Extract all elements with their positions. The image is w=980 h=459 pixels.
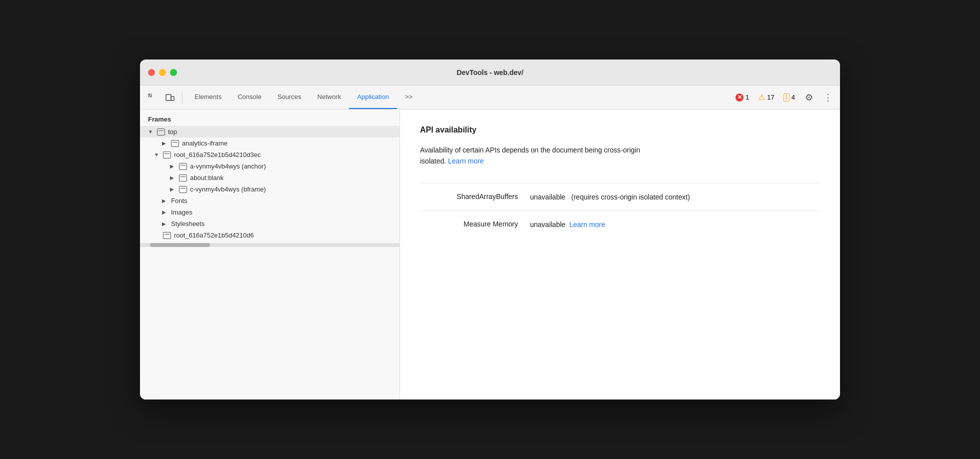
close-button[interactable] — [148, 69, 155, 76]
chevron-right-icon — [170, 164, 176, 169]
learn-more-link-1[interactable]: Learn more — [448, 157, 484, 165]
tab-bar: Elements Console Sources Network Applica… — [186, 86, 730, 109]
minimize-button[interactable] — [159, 69, 166, 76]
frames-section-header: Frames — [140, 110, 400, 126]
sidebar-item-label: Stylesheets — [171, 220, 204, 228]
sidebar-item-c-vynmy[interactable]: c-vynmy4vb4wys (bframe) — [140, 184, 400, 195]
sidebar-item-about-blank[interactable]: about:blank — [140, 172, 400, 184]
svg-rect-3 — [171, 96, 174, 100]
maximize-button[interactable] — [170, 69, 177, 76]
shared-array-buffers-value: unavailable (requires cross-origin isola… — [530, 192, 820, 202]
chevron-down-icon — [148, 129, 154, 134]
measure-memory-value: unavailable Learn more — [530, 219, 820, 230]
sidebar-item-label: root_616a752e1b5d4210d3ec — [174, 151, 261, 158]
info-icon: ! — [784, 94, 790, 102]
chevron-right-icon — [170, 186, 176, 192]
toolbar-divider — [182, 92, 182, 104]
error-badge[interactable]: ✕ 1 — [732, 92, 752, 102]
tab-network[interactable]: Network — [310, 86, 350, 109]
sidebar-item-a-vynmy[interactable]: a-vynmy4vb4wys (anchor) — [140, 160, 400, 172]
chevron-right-icon — [162, 198, 168, 204]
traffic-lights — [148, 69, 177, 76]
sidebar-item-analytics-iframe[interactable]: analytics-iframe — [140, 138, 400, 149]
frame-icon — [179, 186, 187, 193]
tab-application[interactable]: Application — [349, 86, 397, 109]
sidebar-item-label: top — [168, 128, 177, 136]
sidebar[interactable]: Frames top analytics-iframe root_616a752… — [140, 110, 400, 400]
tab-console[interactable]: Console — [230, 86, 270, 109]
sidebar-item-fonts[interactable]: Fonts — [140, 195, 400, 206]
sidebar-item-label: root_616a752e1b5d4210d6 — [174, 232, 254, 239]
sidebar-item-root2[interactable]: root_616a752e1b5d4210d6 — [140, 230, 400, 241]
inspect-element-icon[interactable] — [144, 90, 160, 106]
warning-icon: ⚠ — [758, 92, 765, 102]
shared-array-buffers-row: SharedArrayBuffers unavailable (requires… — [420, 183, 820, 210]
toolbar: Elements Console Sources Network Applica… — [140, 86, 840, 110]
sidebar-item-label: c-vynmy4vb4wys (bframe) — [190, 186, 266, 193]
api-availability-title: API availability — [420, 126, 820, 134]
frame-icon — [163, 152, 171, 158]
learn-more-link-2[interactable]: Learn more — [570, 220, 606, 228]
sidebar-item-stylesheets[interactable]: Stylesheets — [140, 218, 400, 230]
chevron-down-icon — [154, 152, 160, 158]
toolbar-right: ✕ 1 ⚠ 17 ! 4 ⚙ ⋮ — [732, 90, 836, 106]
warning-badge[interactable]: ⚠ 17 — [755, 92, 777, 103]
main-content: Frames top analytics-iframe root_616a752… — [140, 110, 840, 400]
settings-icon[interactable]: ⚙ — [801, 90, 817, 106]
devtools-window: DevTools - web.dev/ Elements Console — [140, 60, 840, 400]
device-toolbar-icon[interactable] — [162, 90, 178, 106]
frame-icon — [179, 174, 187, 182]
info-badge[interactable]: ! 4 — [780, 92, 798, 102]
content-panel: API availability Availability of certain… — [400, 110, 840, 400]
availability-description: Availability of certain APIs depends on … — [420, 144, 820, 167]
frame-icon — [157, 128, 165, 136]
frame-icon — [171, 140, 179, 147]
tab-sources[interactable]: Sources — [270, 86, 310, 109]
sidebar-item-label: a-vynmy4vb4wys (anchor) — [190, 162, 266, 170]
sidebar-item-root[interactable]: root_616a752e1b5d4210d3ec — [140, 149, 400, 160]
tab-more[interactable]: >> — [397, 86, 420, 109]
sidebar-item-images[interactable]: Images — [140, 206, 400, 218]
sidebar-item-label: Fonts — [171, 197, 188, 204]
chevron-right-icon — [162, 221, 168, 226]
sidebar-item-label: about:blank — [190, 174, 224, 182]
api-table: SharedArrayBuffers unavailable (requires… — [420, 183, 820, 238]
shared-array-buffers-label: SharedArrayBuffers — [420, 192, 530, 200]
sidebar-item-label: analytics-iframe — [182, 140, 228, 147]
frame-icon — [179, 163, 187, 170]
window-title: DevTools - web.dev/ — [456, 68, 524, 76]
error-icon: ✕ — [736, 94, 744, 102]
sidebar-horizontal-scrollbar[interactable] — [140, 243, 400, 247]
sidebar-item-label: Images — [171, 208, 192, 216]
sidebar-scroll-thumb[interactable] — [150, 243, 210, 247]
sidebar-item-top[interactable]: top — [140, 126, 400, 138]
frame-icon — [163, 232, 171, 239]
chevron-right-icon — [162, 210, 168, 215]
chevron-right-icon — [170, 175, 176, 180]
more-options-icon[interactable]: ⋮ — [820, 90, 836, 106]
measure-memory-row: Measure Memory unavailable Learn more — [420, 210, 820, 238]
chevron-right-icon — [162, 140, 168, 146]
measure-memory-label: Measure Memory — [420, 219, 530, 228]
title-bar: DevTools - web.dev/ — [140, 60, 840, 86]
tab-elements[interactable]: Elements — [186, 86, 230, 109]
svg-rect-2 — [166, 94, 171, 100]
